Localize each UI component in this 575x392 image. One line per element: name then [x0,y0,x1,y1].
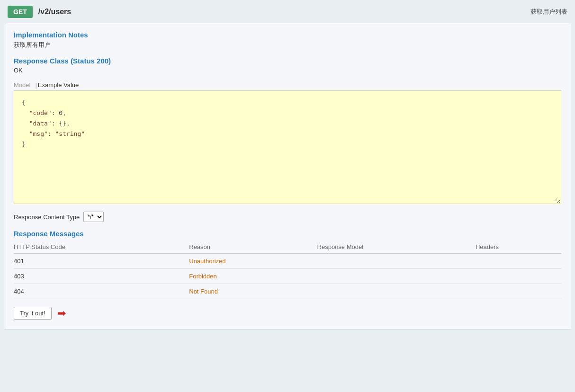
example-line-4: "msg": "string" [22,129,553,139]
try-it-out-row: Try it out! ➡ [14,307,561,320]
example-value-box: { "code": 0, "data": {}, "msg": "string"… [14,90,561,204]
table-row: 403 Forbidden [14,269,561,284]
endpoint-path: /v2/users [38,8,71,16]
header-description: 获取用户列表 [530,8,567,16]
implementation-notes-description: 获取所有用户 [14,41,561,49]
model-tabs: Model | Example Value [14,80,561,90]
reason-404: Not Found [189,284,317,299]
try-it-out-button[interactable]: Try it out! [14,307,52,320]
headers-404 [476,284,561,299]
status-code-401: 401 [14,254,189,269]
response-class-title: Response Class (Status 200) [14,57,561,65]
arrow-icon: ➡ [57,308,66,319]
method-badge: GET [8,6,33,18]
header-bar: GET /v2/users 获取用户列表 [0,0,575,23]
response-content-type-row: Response Content Type */* [14,212,561,222]
header-left: GET /v2/users [8,6,71,18]
reason-401: Unauthorized [189,254,317,269]
response-messages-table: HTTP Status Code Reason Response Model H… [14,241,561,299]
model-404 [317,284,476,299]
table-header-row: HTTP Status Code Reason Response Model H… [14,241,561,254]
model-401 [317,254,476,269]
implementation-notes-section: Implementation Notes 获取所有用户 [14,31,561,49]
resize-handle[interactable]: ◿ [554,197,559,202]
example-line-1: { [22,98,553,108]
status-code-403: 403 [14,269,189,284]
table-row: 404 Not Found [14,284,561,299]
example-line-3: "data": {}, [22,118,553,129]
tab-divider: | [35,81,36,89]
main-content: Implementation Notes 获取所有用户 Response Cla… [4,23,571,330]
example-value-tab[interactable]: Example Value [38,80,82,90]
response-messages-section: Response Messages HTTP Status Code Reaso… [14,230,561,299]
model-tab[interactable]: Model [14,80,34,90]
implementation-notes-title: Implementation Notes [14,31,561,39]
headers-401 [476,254,561,269]
col-header-reason: Reason [189,241,317,254]
col-header-headers: Headers [476,241,561,254]
headers-403 [476,269,561,284]
example-line-5: } [22,139,553,150]
col-header-status-code: HTTP Status Code [14,241,189,254]
model-403 [317,269,476,284]
response-class-value: OK [14,67,561,74]
response-content-type-label: Response Content Type [14,214,80,221]
status-code-404: 404 [14,284,189,299]
table-row: 401 Unauthorized [14,254,561,269]
content-type-select[interactable]: */* [83,212,104,222]
main-container: GET /v2/users 获取用户列表 Implementation Note… [0,0,575,330]
col-header-response-model: Response Model [317,241,476,254]
example-line-2: "code": 0, [22,108,553,118]
response-messages-title: Response Messages [14,230,561,238]
reason-403: Forbidden [189,269,317,284]
response-class-section: Response Class (Status 200) OK [14,57,561,74]
